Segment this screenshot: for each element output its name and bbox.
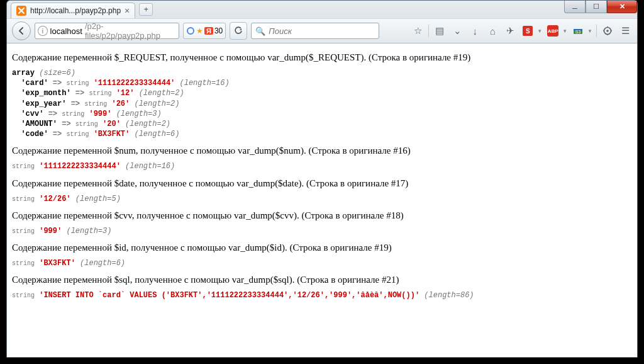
search-bar[interactable]: 🔍 [251,23,379,39]
browser-window: http://localh...p/payp2p.php × + ─ ☐ ✕ i… [6,0,638,358]
yandex-count: 30 [214,26,223,35]
heading-id: Содержание переменной $id, полученное с … [12,242,632,253]
heading-cvv: Содержание переменной $cvv, полученное с… [12,210,632,221]
send-icon[interactable]: ✈ [503,24,517,38]
browser-tab[interactable]: http://localh...p/payp2p.php × [11,3,135,18]
s3-addon-icon[interactable]: S3 [571,24,585,38]
titlebar: http://localh...p/payp2p.php × + ─ ☐ ✕ [7,1,637,18]
window-close-button[interactable]: ✕ [607,1,637,13]
downloads-icon[interactable]: ↓ [468,24,482,38]
home-icon[interactable]: ⌂ [486,24,499,38]
reader-icon[interactable]: ▤ [433,24,447,38]
page-content: Содержание переменной $_REQUEST, получен… [7,43,637,357]
minimize-button[interactable]: ─ [564,1,586,13]
xampp-icon [16,6,26,16]
svg-point-7 [606,30,609,32]
heading-request: Содержание переменной $_REQUEST, получен… [12,52,632,63]
heading-num: Содержание переменной $num, полученное с… [12,145,632,156]
url-host: localhost [50,26,82,36]
dump-id: string 'BX3FKT' (length=6) [12,258,632,268]
yandex-icon: Я [204,27,213,35]
pocket-icon[interactable]: ⌄ [450,24,464,38]
bookmark-star-icon[interactable]: ☆ [411,24,425,38]
separator [596,25,597,37]
menu-icon[interactable]: ☰ [618,24,632,38]
url-bar[interactable]: i localhost/p2p-files/p2p/payp2p.php [35,23,179,39]
heading-sql: Содержание переменной $sql, полученное с… [12,275,632,285]
search-icon: 🔍 [255,26,265,36]
adblock-icon[interactable]: ABP [546,24,560,38]
dropdown-icon[interactable]: ▼ [537,28,542,34]
dump-num: string '1111222233334444' (length=16) [12,161,632,171]
site-info-icon[interactable]: i [38,26,48,36]
search-input[interactable] [269,26,375,36]
url-path: /p2p-files/p2p/payp2p.php [85,21,176,40]
navbar: i localhost/p2p-files/p2p/payp2p.php ★ Я… [7,18,637,43]
heading-date: Содержание переменной $date, полученное … [12,178,632,189]
google-icon [186,26,195,35]
star-icon: ★ [196,26,203,35]
yandex-badge[interactable]: ★ Я 30 [183,23,226,39]
separator [428,25,429,37]
new-tab-button[interactable]: + [139,3,153,16]
window-controls: ─ ☐ ✕ [564,1,637,13]
dropdown-icon[interactable]: ▼ [587,28,592,34]
s-addon-icon[interactable]: S [521,24,535,38]
dump-cvv: string '999' (length=3) [12,226,632,236]
svg-text:S3: S3 [575,30,581,34]
dump-sql: string 'INSERT INTO `card` VALUES ('BX3F… [12,290,632,300]
reload-button[interactable] [230,22,247,40]
tab-close-button[interactable]: × [125,6,130,16]
dropdown-icon[interactable]: ▼ [562,28,567,34]
maximize-button[interactable]: ☐ [586,1,607,13]
back-button[interactable] [12,21,31,40]
settings-icon[interactable] [601,24,614,38]
dump-date: string '12/26' (length=5) [12,194,632,204]
dump-request: array (size=6) 'card' => string '1111222… [12,68,632,139]
tab-title: http://localh...p/payp2p.php [30,6,121,15]
